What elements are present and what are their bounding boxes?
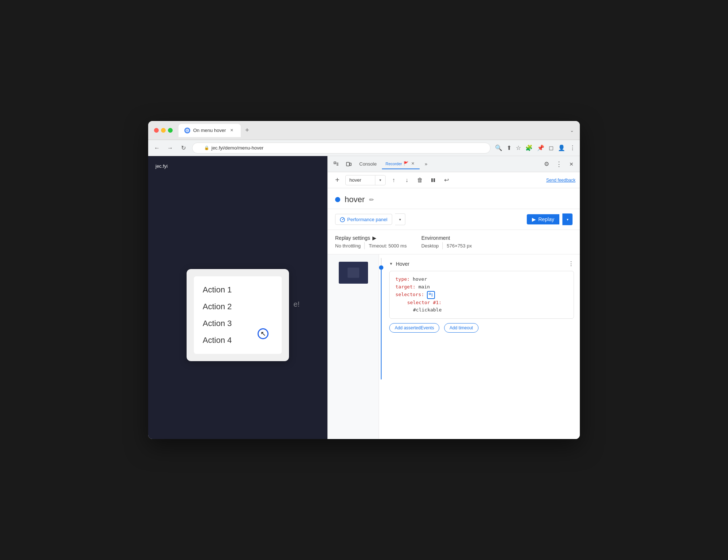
menu-icon[interactable]: ⋮ <box>570 144 575 151</box>
svg-rect-6 <box>346 162 349 166</box>
delete-recording-button[interactable]: 🗑 <box>415 175 425 185</box>
menu-card: Action 1 Action 2 Action 3 Action 4 ↖ <box>187 269 289 361</box>
tab-close-button[interactable]: ✕ <box>229 128 235 133</box>
menu-item-2: Action 2 <box>203 299 273 314</box>
settings-gear-button[interactable]: ⚙ <box>541 159 552 170</box>
timeline-thumbnail <box>339 262 368 284</box>
new-tab-button[interactable]: + <box>242 125 252 136</box>
timeline-vertical-line <box>381 270 382 379</box>
performance-panel-button[interactable]: Performance panel <box>335 214 392 225</box>
replay-settings-label[interactable]: Replay settings ▶ <box>335 235 407 241</box>
close-traffic-light[interactable] <box>154 128 159 133</box>
minimize-traffic-light[interactable] <box>161 128 166 133</box>
main-content: jec.fyi H Action 1 Action 2 Action 3 Act… <box>148 156 580 439</box>
replay-button[interactable]: ▶ Replay <box>527 214 559 224</box>
svg-rect-12 <box>429 293 431 295</box>
menu-item-1: Action 1 <box>203 282 273 298</box>
address-input[interactable]: 🔒 jec.fyi/demo/menu-hover <box>192 143 491 154</box>
browser-window: R On menu hover ✕ + ⌄ ← → ↻ 🔒 jec.fyi/de… <box>148 121 580 439</box>
timeout-value: Timeout: 5000 ms <box>369 243 407 249</box>
perf-icon <box>340 216 345 222</box>
selector-picker-button[interactable] <box>427 291 435 299</box>
svg-rect-7 <box>350 163 351 166</box>
close-devtools-button[interactable]: ✕ <box>566 159 577 170</box>
undo-button[interactable]: ↩ <box>441 175 451 185</box>
svg-text:R: R <box>186 129 188 132</box>
forward-button[interactable]: → <box>166 145 175 151</box>
type-key: type: <box>395 276 410 283</box>
target-line: target: main <box>395 283 568 291</box>
address-bar: ← → ↻ 🔒 jec.fyi/demo/menu-hover 🔍 ⬆ ☆ 🧩 … <box>148 140 580 156</box>
active-tab[interactable]: R On menu hover ✕ <box>179 124 241 137</box>
recording-name: hover <box>346 177 375 183</box>
tab-recorder[interactable]: Recorder 🚩 ✕ <box>382 159 420 169</box>
throttling-value: No throttling <box>335 243 361 249</box>
add-recording-button[interactable]: + <box>332 175 342 185</box>
devtools-header: Console Recorder 🚩 ✕ » ⚙ ⋮ ✕ <box>328 156 580 172</box>
hover-expand-icon[interactable]: ▼ <box>389 262 393 266</box>
back-button[interactable]: ← <box>153 145 161 151</box>
selectors-key: selectors: <box>395 291 424 299</box>
buttons-row: Performance panel ▾ ▶ Replay ▾ <box>328 209 580 230</box>
replay-settings-title: Replay settings <box>335 235 370 241</box>
recording-status-dot <box>335 197 340 202</box>
download-recording-button[interactable]: ↓ <box>402 175 412 185</box>
selector-value: #clickable <box>413 306 442 314</box>
recording-dropdown-button[interactable]: ▾ <box>375 175 385 185</box>
selector-num-line: selector #1: <box>401 299 568 307</box>
window-controls: ⌄ <box>570 128 574 133</box>
type-val: hover <box>413 276 427 283</box>
settings-row: Replay settings ▶ No throttling │ Timeou… <box>328 230 580 254</box>
environment-col: Environment Desktop │ 576×753 px <box>421 235 472 249</box>
type-line: type: hover <box>395 276 568 283</box>
timeline-area: ▼ Hover ⋮ type: hover target: main <box>328 254 580 439</box>
recorder-tab-close[interactable]: ✕ <box>410 161 416 167</box>
window-icon[interactable]: ◻ <box>549 144 553 151</box>
timeline-connector <box>379 254 383 439</box>
tab-console[interactable]: Console <box>356 159 380 169</box>
send-feedback-button[interactable]: Send feedback <box>546 178 575 183</box>
device-value: Desktop <box>421 243 439 249</box>
inspector-icon[interactable] <box>331 159 342 170</box>
recording-title: hover <box>345 195 365 204</box>
replay-play-icon: ▶ <box>532 216 536 222</box>
more-options-button[interactable]: ⋮ <box>553 159 564 170</box>
svg-point-11 <box>342 219 343 220</box>
refresh-button[interactable]: ↻ <box>179 144 188 151</box>
tab-favicon: R <box>184 128 190 133</box>
extensions-icon[interactable]: 🧩 <box>525 144 533 151</box>
recording-header: hover ✏ <box>328 188 580 209</box>
code-block: type: hover target: main selectors: <box>389 271 574 319</box>
cursor-arrow: ↖ <box>260 330 266 338</box>
upload-recording-button[interactable]: ↑ <box>389 175 399 185</box>
device-icon[interactable] <box>343 159 354 170</box>
profile-icon[interactable]: 👤 <box>558 144 565 151</box>
add-asserted-events-button[interactable]: Add assertedEvents <box>389 323 439 333</box>
add-timeout-button[interactable]: Add timeout <box>444 323 479 333</box>
replay-dropdown-button[interactable]: ▾ <box>562 213 573 225</box>
timeline-left <box>328 254 379 439</box>
page-site-name: jec.fyi <box>155 163 168 169</box>
tab-bar: R On menu hover ✕ + ⌄ <box>179 124 574 137</box>
share-icon[interactable]: ⬆ <box>507 144 511 151</box>
address-icons: 🔍 ⬆ ☆ 🧩 📌 ◻ 👤 ⋮ <box>495 144 575 151</box>
hover-title: Hover <box>396 261 565 267</box>
hover-menu-button[interactable]: ⋮ <box>568 260 574 267</box>
hover-section: ▼ Hover ⋮ type: hover target: main <box>389 260 574 333</box>
performance-panel-label: Performance panel <box>347 217 387 222</box>
performance-panel-dropdown[interactable]: ▾ <box>395 213 405 225</box>
pin-icon[interactable]: 📌 <box>537 144 544 151</box>
tab-more[interactable]: » <box>421 159 431 169</box>
maximize-traffic-light[interactable] <box>168 128 173 133</box>
recording-select[interactable]: hover ▾ <box>345 175 386 185</box>
svg-rect-2 <box>334 162 336 164</box>
menu-inner: Action 1 Action 2 Action 3 Action 4 <box>194 276 282 354</box>
dimensions-value: 576×753 px <box>447 243 472 249</box>
bookmark-icon[interactable]: ☆ <box>516 144 521 151</box>
replay-settings-triangle: ▶ <box>372 235 376 241</box>
action-buttons: Add assertedEvents Add timeout <box>389 322 574 333</box>
search-icon[interactable]: 🔍 <box>495 144 502 151</box>
title-bar: R On menu hover ✕ + ⌄ <box>148 121 580 140</box>
start-recording-button[interactable] <box>428 175 438 185</box>
edit-recording-name-button[interactable]: ✏ <box>369 196 374 203</box>
